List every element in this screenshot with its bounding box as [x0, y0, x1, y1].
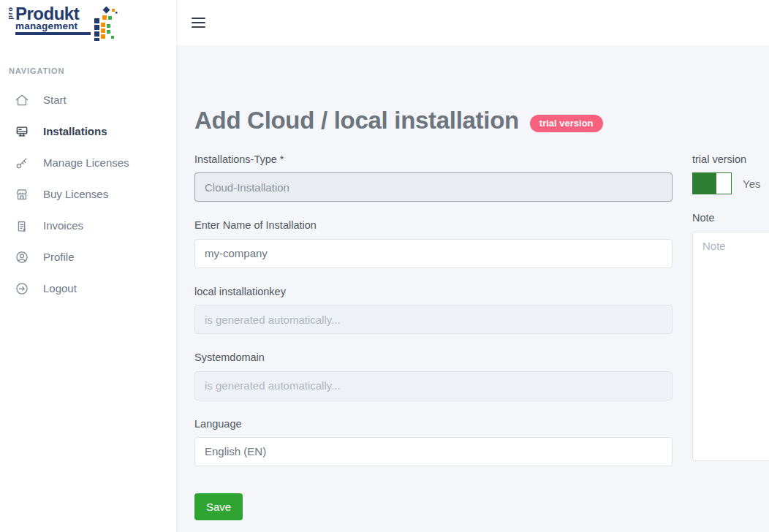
app-window: pro Produkt management	[0, 0, 769, 532]
installation-name-input[interactable]	[194, 239, 673, 268]
sidebar-item-label: Installations	[43, 125, 107, 137]
page-header: Add Cloud / local installation trial ver…	[194, 45, 769, 134]
trial-version-label: trial version	[692, 153, 769, 166]
shop-icon	[15, 187, 29, 202]
sidebar-item-label: Invoices	[43, 219, 83, 232]
hamburger-icon[interactable]	[192, 15, 206, 31]
brand-name-line2: management	[15, 21, 91, 31]
brand-name-line1: Produkt	[15, 7, 91, 21]
key-icon	[15, 156, 29, 170]
form-column-left: Installations-Type * Enter Name of Insta…	[194, 153, 673, 520]
installation-name-label: Enter Name of Installation	[194, 219, 673, 232]
profile-icon	[15, 250, 29, 265]
brand-underline	[15, 32, 91, 35]
trial-version-toggle[interactable]	[692, 172, 732, 194]
sidebar-item-installations[interactable]: Installations	[0, 115, 176, 147]
field-installation-key: local installationkey	[194, 286, 673, 334]
installation-key-input	[194, 305, 673, 334]
sidebar-item-profile[interactable]: Profile	[0, 241, 176, 273]
trial-version-badge: trial version	[530, 115, 603, 132]
installation-form: Installations-Type * Enter Name of Insta…	[194, 153, 769, 520]
toggle-state-text: Yes	[743, 178, 760, 190]
language-label: Language	[194, 418, 673, 430]
installations-type-select[interactable]	[194, 172, 673, 202]
sidebar-item-buy-licenses[interactable]: Buy Licenses	[0, 178, 176, 210]
installation-key-label: local installationkey	[194, 286, 673, 298]
form-column-right: trial version Yes Note	[692, 153, 769, 464]
trial-toggle-row: Yes	[692, 172, 769, 194]
note-label: Note	[692, 212, 769, 224]
sidebar-item-start[interactable]: Start	[0, 84, 176, 115]
systemdomain-label: Systemdomain	[194, 352, 673, 364]
main-area: Add Cloud / local installation trial ver…	[177, 0, 769, 532]
brand-mosaic-icon	[94, 7, 118, 45]
language-select[interactable]	[194, 437, 673, 466]
installations-icon	[15, 124, 29, 139]
sidebar: pro Produkt management	[0, 0, 177, 532]
invoice-icon	[15, 218, 29, 233]
nav-section-label: NAVIGATION	[9, 66, 176, 75]
save-button[interactable]: Save	[194, 493, 243, 520]
field-language: Language	[194, 418, 673, 466]
field-installation-name: Enter Name of Installation	[194, 219, 673, 267]
note-textarea[interactable]	[692, 232, 769, 461]
sidebar-item-label: Manage Licenses	[43, 156, 129, 169]
toggle-on-segment	[693, 173, 716, 194]
sidebar-item-label: Buy Licenses	[43, 188, 108, 200]
systemdomain-input	[194, 371, 673, 400]
sidebar-item-logout[interactable]: Logout	[0, 273, 176, 304]
logout-icon	[15, 281, 29, 296]
sidebar-item-label: Logout	[43, 282, 77, 294]
brand-logo[interactable]: pro Produkt management	[0, 0, 176, 45]
sidebar-item-label: Profile	[43, 251, 75, 263]
topbar	[177, 0, 769, 45]
brand-pro-label: pro	[7, 7, 14, 22]
page-title: Add Cloud / local installation	[194, 107, 519, 134]
sidebar-item-invoices[interactable]: Invoices	[0, 210, 176, 241]
sidebar-item-label: Start	[43, 94, 67, 106]
sidebar-nav: Start Installations	[0, 84, 176, 304]
sidebar-item-manage-licenses[interactable]: Manage Licenses	[0, 147, 176, 178]
installations-type-label: Installations-Type *	[194, 153, 673, 166]
home-icon	[15, 93, 29, 107]
field-systemdomain: Systemdomain	[194, 352, 673, 400]
content-area: Add Cloud / local installation trial ver…	[177, 45, 769, 532]
field-installations-type: Installations-Type *	[194, 153, 673, 202]
